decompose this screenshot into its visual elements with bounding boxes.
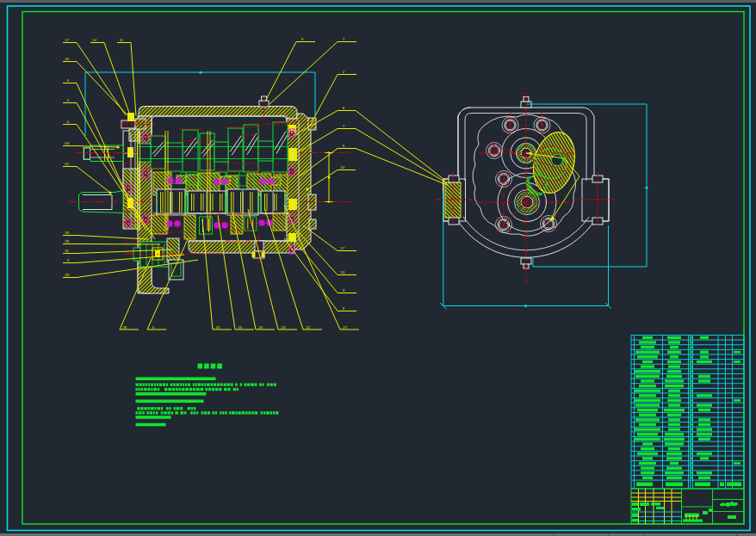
- svg-text:14: 14: [340, 165, 344, 169]
- svg-text:28: 28: [122, 325, 127, 330]
- svg-text:33: 33: [65, 231, 69, 235]
- svg-text:28: 28: [65, 239, 69, 243]
- svg-text:11: 11: [120, 38, 124, 42]
- svg-text:03: 03: [65, 141, 69, 145]
- svg-text:17: 17: [65, 38, 69, 42]
- svg-text:16: 16: [65, 57, 69, 61]
- svg-text:12: 12: [92, 38, 96, 42]
- svg-text:22: 22: [306, 325, 310, 330]
- svg-text:29: 29: [65, 273, 69, 277]
- svg-text:15: 15: [215, 325, 220, 330]
- svg-text:27: 27: [343, 325, 347, 330]
- svg-text:15: 15: [238, 325, 242, 330]
- svg-text:13: 13: [340, 270, 344, 274]
- svg-text:01: 01: [65, 162, 69, 166]
- svg-text:23: 23: [281, 325, 285, 330]
- svg-text:17: 17: [340, 246, 344, 250]
- svg-text:24: 24: [258, 325, 263, 330]
- svg-text:31: 31: [65, 249, 69, 253]
